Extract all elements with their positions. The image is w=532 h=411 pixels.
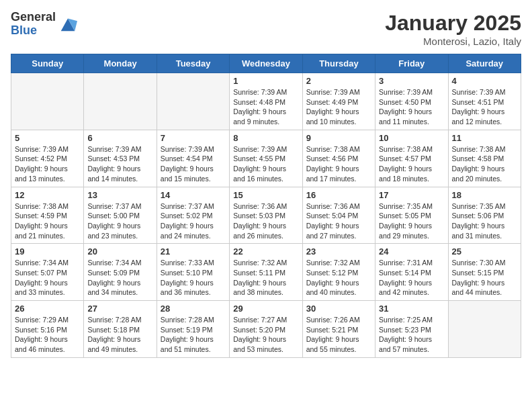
day-number: 15 bbox=[233, 190, 298, 200]
day-info: Sunrise: 7:38 AM Sunset: 4:57 PM Dayligh… bbox=[379, 144, 444, 184]
day-info: Sunrise: 7:38 AM Sunset: 4:58 PM Dayligh… bbox=[452, 144, 517, 184]
table-row: 29Sunrise: 7:27 AM Sunset: 5:20 PM Dayli… bbox=[230, 301, 302, 358]
table-row: 6Sunrise: 7:39 AM Sunset: 4:53 PM Daylig… bbox=[84, 130, 157, 187]
day-number: 18 bbox=[452, 190, 517, 200]
day-info: Sunrise: 7:36 AM Sunset: 5:04 PM Dayligh… bbox=[306, 201, 371, 241]
day-info: Sunrise: 7:26 AM Sunset: 5:21 PM Dayligh… bbox=[306, 315, 371, 355]
weekday-header-thursday: Thursday bbox=[302, 54, 375, 73]
table-row: 7Sunrise: 7:39 AM Sunset: 4:54 PM Daylig… bbox=[157, 130, 229, 187]
day-info: Sunrise: 7:35 AM Sunset: 5:06 PM Dayligh… bbox=[452, 201, 517, 241]
table-row: 3Sunrise: 7:39 AM Sunset: 4:50 PM Daylig… bbox=[375, 73, 448, 130]
table-row bbox=[157, 73, 229, 130]
weekday-header-sunday: Sunday bbox=[11, 54, 84, 73]
day-number: 2 bbox=[306, 76, 371, 86]
table-row: 15Sunrise: 7:36 AM Sunset: 5:03 PM Dayli… bbox=[230, 187, 302, 244]
day-info: Sunrise: 7:39 AM Sunset: 4:53 PM Dayligh… bbox=[87, 144, 152, 184]
table-row: 19Sunrise: 7:34 AM Sunset: 5:07 PM Dayli… bbox=[11, 244, 84, 301]
day-number: 7 bbox=[161, 133, 226, 143]
weekday-header-friday: Friday bbox=[375, 54, 448, 73]
week-row-2: 5Sunrise: 7:39 AM Sunset: 4:52 PM Daylig… bbox=[11, 130, 521, 187]
day-info: Sunrise: 7:27 AM Sunset: 5:20 PM Dayligh… bbox=[233, 315, 298, 355]
month-title: January 2025 bbox=[385, 11, 521, 36]
day-info: Sunrise: 7:36 AM Sunset: 5:03 PM Dayligh… bbox=[233, 201, 298, 241]
table-row: 27Sunrise: 7:28 AM Sunset: 5:18 PM Dayli… bbox=[84, 301, 157, 358]
day-info: Sunrise: 7:25 AM Sunset: 5:23 PM Dayligh… bbox=[379, 315, 444, 355]
table-row: 21Sunrise: 7:33 AM Sunset: 5:10 PM Dayli… bbox=[157, 244, 229, 301]
day-info: Sunrise: 7:39 AM Sunset: 4:52 PM Dayligh… bbox=[15, 144, 80, 184]
logo-blue-text: Blue bbox=[11, 24, 56, 38]
day-info: Sunrise: 7:32 AM Sunset: 5:11 PM Dayligh… bbox=[233, 258, 298, 298]
table-row: 24Sunrise: 7:31 AM Sunset: 5:14 PM Dayli… bbox=[375, 244, 448, 301]
day-info: Sunrise: 7:28 AM Sunset: 5:19 PM Dayligh… bbox=[161, 315, 226, 355]
table-row: 25Sunrise: 7:30 AM Sunset: 5:15 PM Dayli… bbox=[448, 244, 521, 301]
location: Monterosi, Lazio, Italy bbox=[385, 36, 521, 47]
day-number: 20 bbox=[87, 246, 152, 257]
day-number: 26 bbox=[15, 304, 80, 314]
table-row bbox=[11, 73, 84, 130]
day-number: 21 bbox=[161, 246, 226, 257]
day-number: 12 bbox=[15, 190, 80, 200]
table-row: 22Sunrise: 7:32 AM Sunset: 5:11 PM Dayli… bbox=[230, 244, 302, 301]
day-info: Sunrise: 7:37 AM Sunset: 5:00 PM Dayligh… bbox=[87, 201, 152, 241]
table-row: 17Sunrise: 7:35 AM Sunset: 5:05 PM Dayli… bbox=[375, 187, 448, 244]
table-row bbox=[84, 73, 157, 130]
weekday-header-wednesday: Wednesday bbox=[230, 54, 302, 73]
day-number: 23 bbox=[306, 246, 371, 257]
day-number: 3 bbox=[379, 76, 444, 86]
day-number: 28 bbox=[161, 304, 226, 314]
day-info: Sunrise: 7:39 AM Sunset: 4:51 PM Dayligh… bbox=[452, 87, 517, 127]
day-number: 14 bbox=[161, 190, 226, 200]
day-number: 29 bbox=[233, 304, 298, 314]
table-row: 23Sunrise: 7:32 AM Sunset: 5:12 PM Dayli… bbox=[302, 244, 375, 301]
table-row: 11Sunrise: 7:38 AM Sunset: 4:58 PM Dayli… bbox=[448, 130, 521, 187]
table-row: 9Sunrise: 7:38 AM Sunset: 4:56 PM Daylig… bbox=[302, 130, 375, 187]
day-info: Sunrise: 7:39 AM Sunset: 4:49 PM Dayligh… bbox=[306, 87, 371, 127]
day-number: 10 bbox=[379, 133, 444, 143]
day-number: 22 bbox=[233, 246, 298, 257]
day-info: Sunrise: 7:38 AM Sunset: 4:56 PM Dayligh… bbox=[306, 144, 371, 184]
weekday-header-row: SundayMondayTuesdayWednesdayThursdayFrid… bbox=[11, 54, 521, 73]
table-row: 2Sunrise: 7:39 AM Sunset: 4:49 PM Daylig… bbox=[302, 73, 375, 130]
day-info: Sunrise: 7:34 AM Sunset: 5:09 PM Dayligh… bbox=[87, 258, 152, 298]
day-number: 6 bbox=[87, 133, 152, 143]
day-number: 17 bbox=[379, 190, 444, 200]
day-number: 9 bbox=[306, 133, 371, 143]
day-number: 30 bbox=[306, 304, 371, 314]
table-row: 5Sunrise: 7:39 AM Sunset: 4:52 PM Daylig… bbox=[11, 130, 84, 187]
table-row: 4Sunrise: 7:39 AM Sunset: 4:51 PM Daylig… bbox=[448, 73, 521, 130]
weekday-header-monday: Monday bbox=[84, 54, 157, 73]
table-row: 12Sunrise: 7:38 AM Sunset: 4:59 PM Dayli… bbox=[11, 187, 84, 244]
day-number: 4 bbox=[452, 76, 517, 86]
table-row: 30Sunrise: 7:26 AM Sunset: 5:21 PM Dayli… bbox=[302, 301, 375, 358]
day-number: 24 bbox=[379, 246, 444, 257]
day-info: Sunrise: 7:31 AM Sunset: 5:14 PM Dayligh… bbox=[379, 258, 444, 298]
day-info: Sunrise: 7:39 AM Sunset: 4:55 PM Dayligh… bbox=[233, 144, 298, 184]
day-number: 25 bbox=[452, 246, 517, 257]
day-info: Sunrise: 7:38 AM Sunset: 4:59 PM Dayligh… bbox=[15, 201, 80, 241]
day-info: Sunrise: 7:32 AM Sunset: 5:12 PM Dayligh… bbox=[306, 258, 371, 298]
title-block: January 2025 Monterosi, Lazio, Italy bbox=[385, 11, 521, 47]
week-row-4: 19Sunrise: 7:34 AM Sunset: 5:07 PM Dayli… bbox=[11, 244, 521, 301]
week-row-5: 26Sunrise: 7:29 AM Sunset: 5:16 PM Dayli… bbox=[11, 301, 521, 358]
table-row: 31Sunrise: 7:25 AM Sunset: 5:23 PM Dayli… bbox=[375, 301, 448, 358]
weekday-header-saturday: Saturday bbox=[448, 54, 521, 73]
day-number: 16 bbox=[306, 190, 371, 200]
table-row: 14Sunrise: 7:37 AM Sunset: 5:02 PM Dayli… bbox=[157, 187, 229, 244]
day-info: Sunrise: 7:33 AM Sunset: 5:10 PM Dayligh… bbox=[161, 258, 226, 298]
day-info: Sunrise: 7:39 AM Sunset: 4:50 PM Dayligh… bbox=[379, 87, 444, 127]
table-row: 28Sunrise: 7:28 AM Sunset: 5:19 PM Dayli… bbox=[157, 301, 229, 358]
table-row: 26Sunrise: 7:29 AM Sunset: 5:16 PM Dayli… bbox=[11, 301, 84, 358]
day-info: Sunrise: 7:30 AM Sunset: 5:15 PM Dayligh… bbox=[452, 258, 517, 298]
table-row: 13Sunrise: 7:37 AM Sunset: 5:00 PM Dayli… bbox=[84, 187, 157, 244]
table-row: 10Sunrise: 7:38 AM Sunset: 4:57 PM Dayli… bbox=[375, 130, 448, 187]
day-number: 11 bbox=[452, 133, 517, 143]
table-row: 20Sunrise: 7:34 AM Sunset: 5:09 PM Dayli… bbox=[84, 244, 157, 301]
logo-icon bbox=[58, 15, 77, 34]
logo-general-text: General bbox=[11, 11, 56, 24]
calendar-table: SundayMondayTuesdayWednesdayThursdayFrid… bbox=[11, 54, 521, 358]
day-info: Sunrise: 7:35 AM Sunset: 5:05 PM Dayligh… bbox=[379, 201, 444, 241]
weekday-header-tuesday: Tuesday bbox=[157, 54, 229, 73]
table-row: 1Sunrise: 7:39 AM Sunset: 4:48 PM Daylig… bbox=[230, 73, 302, 130]
day-info: Sunrise: 7:39 AM Sunset: 4:48 PM Dayligh… bbox=[233, 87, 298, 127]
day-info: Sunrise: 7:34 AM Sunset: 5:07 PM Dayligh… bbox=[15, 258, 80, 298]
